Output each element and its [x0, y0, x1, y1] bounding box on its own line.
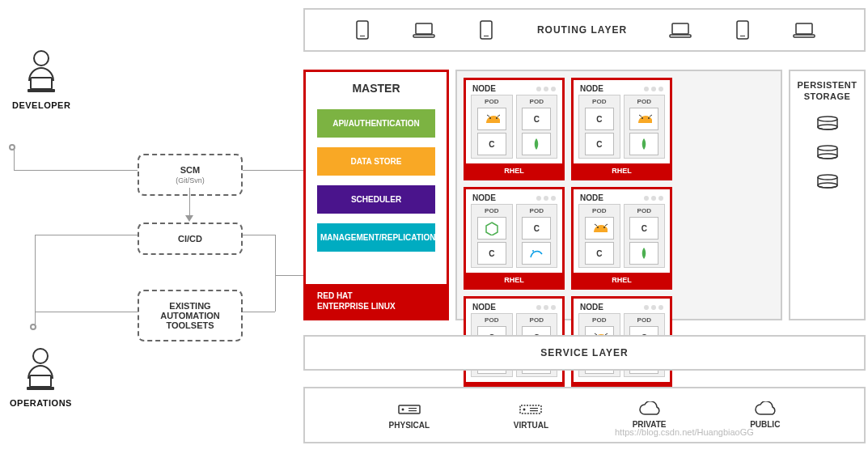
disk-icon-2 [815, 145, 840, 161]
phone-icon-3 [734, 20, 752, 40]
laptop-icon [413, 21, 435, 39]
container-C: C [522, 108, 551, 130]
scm-box: SCM (Git/Svn) [138, 154, 243, 196]
container-tomcat [477, 108, 506, 130]
disk-icon [815, 116, 840, 132]
pod: PODC [516, 95, 558, 159]
phone-icon-2 [477, 20, 495, 40]
master-datastore: DATA STORE [317, 147, 435, 176]
developer-persona: DEVELOPER [12, 47, 70, 110]
master-api: API/AUTHENTICATION [317, 109, 435, 138]
cicd-box: CI/CD [138, 223, 243, 255]
storage-box: PERSISTENT STORAGE [789, 70, 866, 320]
node-title: NODE [580, 193, 603, 202]
container-tomcat [585, 217, 614, 240]
infra-physical: PHYSICAL [389, 401, 430, 430]
infra-layer: PHYSICAL VIRTUAL PRIVATE PUBLIC [303, 387, 866, 443]
cicd-title: CI/CD [152, 234, 228, 244]
master-scheduler: SCHEDULER [317, 185, 435, 214]
container-C: C [522, 217, 551, 240]
pod: POD [624, 95, 666, 159]
container-C: C [585, 133, 614, 155]
laptop-icon-3 [793, 21, 815, 39]
container-mysql [522, 242, 551, 265]
pod: PODC [471, 204, 513, 268]
container-C: C [629, 217, 658, 240]
cloud-lock-icon [637, 401, 662, 418]
node-status-dots [644, 305, 663, 310]
server-icon [397, 401, 421, 418]
scm-sub: (Git/Svn) [152, 176, 228, 184]
node-footer: RHEL [466, 163, 562, 178]
cloud-globe-icon [753, 401, 777, 418]
node-status-dots [536, 196, 556, 201]
container-C: C [477, 242, 506, 265]
pod: PODCC [578, 95, 620, 159]
virtual-icon [519, 401, 543, 418]
master-title: MASTER [306, 72, 447, 104]
scm-title: SCM [152, 165, 228, 175]
storage-title: PERSISTENT STORAGE [797, 79, 857, 103]
node-status-dots [536, 87, 556, 91]
pod: PODC [578, 204, 620, 268]
node-footer: RHEL [574, 273, 670, 287]
container-C: C [585, 242, 614, 265]
routing-layer: ROUTING LAYER [303, 8, 866, 52]
container-tomcat [629, 108, 658, 130]
routing-label: ROUTING LAYER [537, 24, 627, 36]
node-status-dots [536, 305, 556, 310]
toolsets-title: EXISTING AUTOMATION TOOLSETS [152, 301, 228, 330]
nodes-panel: NODEPODCPODCRHELNODEPODCCPODRHELNODEPODC… [455, 70, 782, 320]
pod: PODC [471, 95, 513, 159]
node-4: NODEPODCPODCRHEL [571, 187, 672, 290]
container-mongo [522, 133, 551, 155]
developer-label: DEVELOPER [12, 100, 70, 110]
container-mongo [629, 242, 658, 265]
master-mgmt: MANAGEMENT/REPLICATION [317, 223, 435, 252]
node-status-dots [644, 87, 663, 91]
node-2: NODEPODCCPODRHEL [571, 78, 672, 180]
disk-icon-3 [815, 174, 840, 190]
laptop-icon-2 [669, 21, 692, 39]
infra-public: PUBLIC [750, 401, 780, 429]
infra-private: PRIVATE [633, 401, 667, 429]
operations-label: OPERATIONS [10, 398, 72, 408]
node-title: NODE [580, 303, 603, 312]
node-title: NODE [472, 84, 496, 93]
developer-icon [21, 47, 61, 95]
node-title: NODE [472, 303, 496, 312]
master-box: MASTER API/AUTHENTICATION DATA STORE SCH… [303, 70, 449, 320]
service-label: SERVICE LAYER [540, 347, 628, 358]
watermark: https://blog.csdn.net/HuangbiaoGG [615, 427, 754, 437]
master-footer: RED HAT ENTERPRISE LINUX [306, 284, 447, 318]
node-1: NODEPODCPODCRHEL [464, 78, 565, 180]
operations-icon [20, 345, 61, 393]
node-status-dots [644, 196, 663, 201]
node-footer: RHEL [466, 273, 562, 287]
container-C: C [585, 108, 614, 130]
pod: PODC [516, 204, 558, 268]
phone-icon [354, 20, 371, 40]
node-title: NODE [472, 193, 496, 202]
container-C: C [477, 133, 506, 155]
container-node [477, 217, 506, 240]
toolsets-box: EXISTING AUTOMATION TOOLSETS [138, 290, 243, 341]
pod: PODC [624, 204, 666, 268]
container-mongo [629, 133, 658, 155]
node-title: NODE [580, 84, 603, 93]
operations-persona: OPERATIONS [10, 345, 72, 408]
node-footer: RHEL [574, 163, 670, 178]
infra-virtual: VIRTUAL [514, 401, 548, 430]
node-3: NODEPODCPODCRHEL [464, 187, 565, 290]
service-layer: SERVICE LAYER [303, 335, 866, 371]
